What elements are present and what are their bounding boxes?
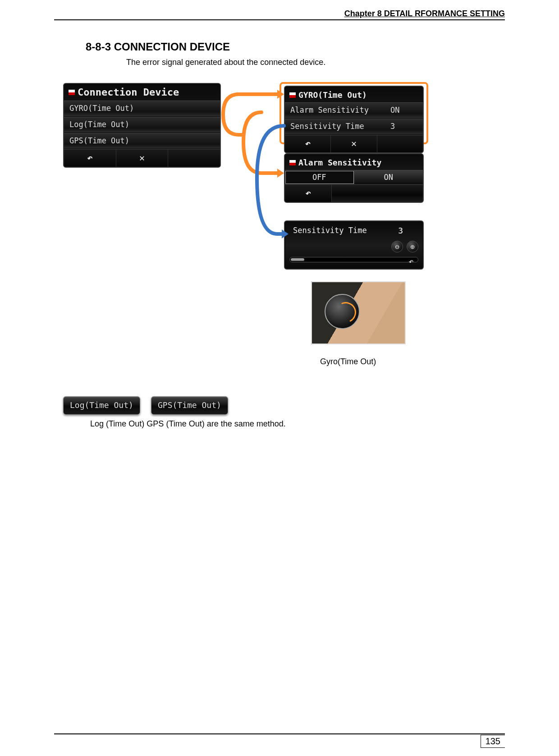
- back-button[interactable]: ↶: [285, 185, 332, 202]
- close-button[interactable]: ✕: [116, 150, 169, 167]
- menu-item-gps[interactable]: GPS(Time Out): [64, 133, 220, 149]
- sens-controls: ⊖ ⊕: [285, 241, 423, 254]
- row-label: Alarm Sensitivity: [290, 105, 369, 115]
- pill-log[interactable]: Log(Time Out): [63, 396, 140, 415]
- page-footer-line: [54, 733, 505, 734]
- slider[interactable]: [289, 257, 418, 262]
- svg-marker-2: [282, 229, 289, 238]
- sens-title: Sensitivity Time: [293, 226, 367, 235]
- arrow-gyro-to-sensitivity: [252, 124, 289, 241]
- panel-footer: ↶ ✕: [64, 149, 220, 167]
- plus-button[interactable]: ⊕: [407, 241, 418, 252]
- toggle-on[interactable]: ON: [354, 170, 423, 184]
- panel-title: GYRO(Time Out): [285, 87, 423, 102]
- row-value: ON: [390, 105, 417, 115]
- hand-knob-photo: [311, 281, 406, 344]
- section-intro: The error signal generated about the con…: [126, 58, 505, 67]
- menu-item-gyro[interactable]: GYRO(Time Out): [64, 101, 220, 117]
- alarm-panel-title: Alarm Sensitivity: [298, 158, 381, 167]
- panel-footer: ↶: [285, 184, 423, 202]
- footer-spacer: [332, 185, 423, 202]
- flag-icon: [289, 160, 296, 165]
- panel-footer: ↶ ✕: [285, 135, 423, 152]
- footer-spacer: [377, 135, 423, 152]
- sens-header: Sensitivity Time 3: [285, 221, 423, 241]
- minus-button[interactable]: ⊖: [391, 241, 403, 252]
- sensitivity-time-panel: Sensitivity Time 3 ⊖ ⊕ ↶: [284, 220, 424, 270]
- diagram-area: Connection Device GYRO(Time Out) Log(Tim…: [54, 83, 505, 489]
- row-alarm-sensitivity[interactable]: Alarm Sensitivity ON: [285, 102, 423, 119]
- page-header: Chapter 8 DETAIL RFORMANCE SETTING: [54, 9, 505, 20]
- bottom-caption-text: Log (Time Out) GPS (Time Out) are the sa…: [90, 419, 286, 429]
- page-number: 135: [481, 735, 505, 748]
- section-heading: 8-8-3 CONNECTION DEVICE: [86, 41, 505, 53]
- toggle-off[interactable]: OFF: [285, 170, 354, 184]
- bottom-caption: Log (Time Out) GPS (Time Out) are the sa…: [90, 419, 286, 429]
- connection-device-title: Connection Device: [78, 87, 179, 98]
- chapter-title: Chapter 8 DETAIL RFORMANCE SETTING: [344, 9, 505, 18]
- toggle-row: OFF ON: [285, 170, 423, 184]
- footer-spacer: [168, 150, 220, 167]
- row-label: Sensitivity Time: [290, 122, 364, 131]
- row-value: 3: [390, 122, 417, 131]
- page-content: 8-8-3 CONNECTION DEVICE The error signal…: [54, 41, 505, 489]
- panel-title: Connection Device: [64, 84, 220, 101]
- gyro-caption: Gyro(Time Out): [320, 357, 376, 367]
- gyro-panel-title: GYRO(Time Out): [298, 90, 367, 100]
- close-button[interactable]: ✕: [331, 135, 377, 152]
- pill-gps[interactable]: GPS(Time Out): [151, 396, 228, 415]
- menu-item-log[interactable]: Log(Time Out): [64, 117, 220, 133]
- back-button[interactable]: ↶: [285, 135, 331, 152]
- rotary-knob-icon: [325, 294, 360, 329]
- sens-value: 3: [398, 226, 403, 235]
- panel-title: Alarm Sensitivity: [285, 154, 423, 170]
- back-button[interactable]: ↶: [64, 150, 116, 167]
- flag-icon: [289, 92, 296, 98]
- connection-device-panel: Connection Device GYRO(Time Out) Log(Tim…: [63, 83, 221, 168]
- back-button[interactable]: ↶: [403, 256, 419, 266]
- svg-marker-0: [277, 90, 284, 99]
- row-sensitivity-time[interactable]: Sensitivity Time 3: [285, 119, 423, 135]
- gyro-timeout-panel: GYRO(Time Out) Alarm Sensitivity ON Sens…: [284, 86, 424, 153]
- alarm-sensitivity-panel: Alarm Sensitivity OFF ON ↶: [284, 153, 424, 203]
- flag-icon: [69, 90, 75, 95]
